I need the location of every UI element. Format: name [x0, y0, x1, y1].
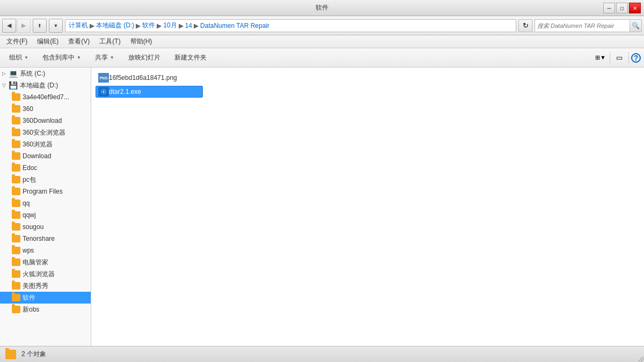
- sidebar-item-folder-360[interactable]: 360: [0, 103, 91, 115]
- breadcrumb-software[interactable]: 软件: [142, 21, 155, 30]
- file-name-png: 16f5ebd1d6a18471.png: [109, 74, 177, 82]
- search-input[interactable]: [535, 23, 630, 29]
- sidebar-item-folder-download[interactable]: Download: [0, 150, 91, 162]
- share-arrow: ▼: [110, 55, 114, 60]
- sidebar-item-folder-newobs[interactable]: 新obs: [0, 304, 91, 315]
- resize-handle[interactable]: [639, 357, 644, 362]
- sidebar-item-folder-3a4e[interactable]: 3a4e40ef9ed7...: [0, 91, 91, 103]
- menu-help[interactable]: 帮助(H): [126, 36, 157, 47]
- sidebar-item-label: 美图秀秀: [23, 282, 48, 291]
- view-toggle-button[interactable]: ⊞▼: [594, 52, 608, 64]
- help-button[interactable]: ?: [631, 53, 641, 63]
- library-arrow: ▼: [77, 55, 81, 60]
- toolbar-separator2: [628, 52, 629, 64]
- breadcrumb[interactable]: 计算机 ▶ 本地磁盘 (D:) ▶ 软件 ▶ 10月 ▶ 14 ▶ DataNu…: [65, 19, 516, 32]
- maximize-button[interactable]: □: [616, 3, 628, 13]
- folder-icon: [12, 93, 20, 101]
- window-title: 软件: [3, 3, 641, 12]
- sidebar-item-label: Program Files: [23, 188, 63, 195]
- share-button[interactable]: 共享 ▼: [89, 50, 120, 65]
- sidebar-item-label: 系统 (C:): [20, 69, 45, 78]
- sidebar-item-folder-qqwj[interactable]: qqwj: [0, 209, 91, 221]
- sidebar-item-folder-tenorshare[interactable]: Tenorshare: [0, 233, 91, 245]
- status-count: 2 个对象: [21, 350, 46, 359]
- drive-c-icon: 💻: [9, 69, 18, 78]
- slideshow-button[interactable]: 放映幻灯片: [122, 50, 166, 65]
- include-library-button[interactable]: 包含到库中 ▼: [36, 50, 87, 65]
- svg-point-3: [103, 91, 105, 93]
- menu-tools[interactable]: 工具(T): [95, 36, 125, 47]
- sidebar-item-folder-dnjj[interactable]: 电脑管家: [0, 256, 91, 268]
- folder-icon: [12, 188, 20, 195]
- folder-icon: [12, 164, 20, 172]
- exe-icon-svg: [98, 87, 109, 97]
- minimize-button[interactable]: ─: [603, 3, 615, 13]
- sidebar-item-drive-d[interactable]: ▽ 💾 本地磁盘 (D:): [0, 79, 91, 91]
- sidebar-item-label: 360安全浏览器: [23, 128, 65, 137]
- organize-arrow: ▼: [24, 55, 28, 60]
- folder-icon: [12, 141, 20, 148]
- sidebar-item-folder-firefox[interactable]: 火狐浏览器: [0, 268, 91, 280]
- refresh-button[interactable]: ↻: [518, 19, 532, 32]
- breadcrumb-disk[interactable]: 本地磁盘 (D:): [96, 21, 134, 30]
- sidebar-item-label: 软件: [23, 293, 35, 302]
- folder-icon: [12, 176, 20, 183]
- up-button[interactable]: ⬆: [33, 19, 47, 33]
- title-controls: ─ □ ✕: [603, 3, 641, 13]
- sidebar-item-drive-c[interactable]: ▷ 💻 系统 (C:): [0, 68, 91, 79]
- sidebar-item-folder-software[interactable]: 软件: [0, 292, 91, 304]
- folder-icon: [12, 247, 20, 254]
- back-button[interactable]: ◀: [2, 19, 16, 33]
- sidebar-item-folder-sougou[interactable]: sougou: [0, 221, 91, 233]
- forward-button[interactable]: ▶: [17, 19, 31, 33]
- folder-icon: [12, 152, 20, 160]
- folder-icon: [12, 223, 20, 231]
- sidebar-item-folder-programfiles[interactable]: Program Files: [0, 186, 91, 197]
- folder-icon: [12, 211, 20, 219]
- sidebar-item-label: qqwj: [23, 211, 36, 219]
- sidebar-item-folder-360browser[interactable]: 360浏览器: [0, 138, 91, 150]
- toolbar-right: ⊞▼ ▭ ?: [594, 52, 641, 64]
- sidebar-item-label: wps: [23, 247, 34, 254]
- new-folder-button[interactable]: 新建文件夹: [169, 50, 213, 65]
- expand-arrow: ▷: [2, 71, 8, 76]
- status-bar: 2 个对象: [0, 346, 644, 362]
- folder-icon: [12, 105, 20, 113]
- exe-file-icon: [98, 87, 109, 97]
- sidebar-item-folder-pc[interactable]: pc包: [0, 174, 91, 186]
- drive-d-icon: 💾: [9, 81, 18, 90]
- sidebar-item-folder-360browser-safe[interactable]: 360安全浏览器: [0, 127, 91, 138]
- sidebar-item-label: 360Download: [23, 117, 62, 124]
- sidebar-item-folder-edoc[interactable]: Edoc: [0, 162, 91, 174]
- png-file-icon: PNG: [98, 73, 109, 83]
- close-button[interactable]: ✕: [629, 3, 641, 13]
- breadcrumb-day[interactable]: 14: [185, 22, 192, 29]
- sidebar-item-label: Edoc: [23, 164, 37, 172]
- search-button[interactable]: 🔍: [630, 20, 641, 32]
- sidebar-item-folder-qq[interactable]: qq: [0, 197, 91, 209]
- sidebar-item-folder-wps[interactable]: wps: [0, 245, 91, 256]
- sidebar-item-label: sougou: [23, 223, 43, 231]
- sidebar-item-label: 电脑管家: [23, 258, 48, 267]
- breadcrumb-datanumen[interactable]: DataNumen TAR Repair: [200, 22, 269, 29]
- sidebar-item-label: 火狐浏览器: [23, 270, 55, 279]
- organize-button[interactable]: 组织 ▼: [3, 50, 34, 65]
- file-item-png[interactable]: PNG 16f5ebd1d6a18471.png: [96, 72, 203, 84]
- preview-pane-button[interactable]: ▭: [612, 52, 626, 64]
- recent-button[interactable]: ▼: [49, 19, 63, 33]
- breadcrumb-computer[interactable]: 计算机: [69, 21, 88, 30]
- folder-icon: [12, 200, 20, 207]
- file-item-exe[interactable]: dtar2.1.exe: [96, 86, 203, 98]
- menu-bar: 文件(F) 编辑(E) 查看(V) 工具(T) 帮助(H): [0, 35, 644, 48]
- breadcrumb-month[interactable]: 10月: [163, 21, 177, 30]
- sidebar-item-label: 3a4e40ef9ed7...: [23, 93, 69, 101]
- menu-edit[interactable]: 编辑(E): [33, 36, 63, 47]
- menu-file[interactable]: 文件(F): [2, 36, 32, 47]
- sidebar-item-folder-meitu[interactable]: 美图秀秀: [0, 280, 91, 292]
- sidebar-item-folder-360download[interactable]: 360Download: [0, 115, 91, 127]
- folder-icon: [12, 294, 20, 301]
- toolbar: 组织 ▼ 包含到库中 ▼ 共享 ▼ 放映幻灯片 新建文件夹 ⊞▼ ▭ ?: [0, 48, 644, 68]
- sidebar-item-label-d: 本地磁盘 (D:): [20, 81, 58, 90]
- menu-view[interactable]: 查看(V): [64, 36, 94, 47]
- search-bar: 🔍: [535, 19, 642, 32]
